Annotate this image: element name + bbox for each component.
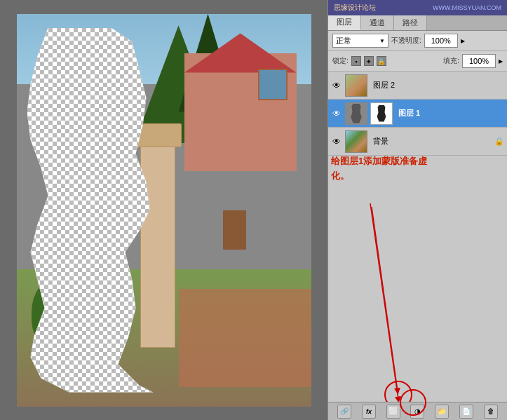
canvas-image [17,14,311,407]
layers-list: 👁 图层 2 👁 图层 1 👁 背景 🔒 [328,72,507,156]
mask-icon: ⬜ [388,407,398,416]
svg-line-0 [370,203,398,400]
fill-row: 锁定: ▪ ✦ 🔒 填充: 100% ▶ [328,51,507,72]
forum-title: 思缘设计论坛 [334,3,376,13]
fill-chevron: ▶ [499,58,503,65]
blend-mode-row: 正常 ▼ 不透明度: 100% ▶ [328,31,507,51]
panel-title-bar: 思缘设计论坛 WWW.MISSYUAN.COM [328,0,507,15]
adjustment-icon: ◑ [414,407,421,415]
bottom-toolbar: 🔗 fx ⬜ ◑ 📁 📄 🗑 [328,402,507,420]
panel-tabs: 图层 通道 路径 [328,15,507,31]
opacity-label: 不透明度: [391,36,421,46]
lock-pixel-icon[interactable]: ▪ [351,56,361,66]
blend-mode-select[interactable]: 正常 ▼ [332,34,388,48]
layer-2-visibility[interactable]: 👁 [331,80,342,91]
tab-layers[interactable]: 图层 [328,15,361,30]
group-button[interactable]: 📁 [435,405,449,419]
layer-2-thumbnail [345,74,367,97]
blend-mode-chevron: ▼ [379,38,385,44]
fill-label: 填充: [443,56,459,66]
bg-thumbnail [345,130,367,153]
fill-value[interactable]: 100% [462,54,496,68]
link-layers-button[interactable]: 🔗 [337,405,351,419]
layer-1-visibility[interactable]: 👁 [331,108,342,119]
lock-all-icon[interactable]: 🔒 [377,56,386,66]
bg-name: 背景 [370,136,492,147]
delete-layer-button[interactable]: 🗑 [484,405,498,419]
mask-button[interactable]: ⬜ [386,405,400,419]
layers-panel: 思缘设计论坛 WWW.MISSYUAN.COM 图层 通道 路径 正常 ▼ 不透… [327,0,507,420]
adjustment-button[interactable]: ◑ [410,405,424,419]
tab-paths[interactable]: 路径 [394,15,427,30]
layer-2-name: 图层 2 [370,80,504,90]
group-icon: 📁 [438,407,446,415]
opacity-value[interactable]: 100% [424,34,458,48]
layer-item-2[interactable]: 👁 图层 2 [328,72,507,100]
annotation-text: 给图层1添加蒙版准备虚化。 [331,154,433,184]
canvas-area [0,0,327,420]
layer-background[interactable]: 👁 背景 🔒 [328,128,507,156]
lock-move-icon[interactable]: ✦ [364,56,374,66]
tab-channels[interactable]: 通道 [361,15,394,30]
layer-1-mask-thumbnail [370,102,393,125]
fx-icon: fx [366,408,372,415]
layer-1-name: 图层 1 [396,108,504,118]
new-layer-button[interactable]: 📄 [459,405,473,419]
opacity-chevron: ▶ [461,38,465,44]
new-layer-icon: 📄 [462,407,471,415]
layer-1-thumbnail [345,102,367,125]
forum-url: WWW.MISSYUAN.COM [433,4,501,11]
layer-item-1[interactable]: 👁 图层 1 [328,100,507,128]
bg-lock-icon: 🔒 [494,137,504,146]
bg-visibility[interactable]: 👁 [331,136,342,147]
lock-label: 锁定: [332,56,349,66]
link-icon: 🔗 [340,407,349,415]
trash-icon: 🗑 [487,407,494,415]
fx-button[interactable]: fx [362,405,376,419]
